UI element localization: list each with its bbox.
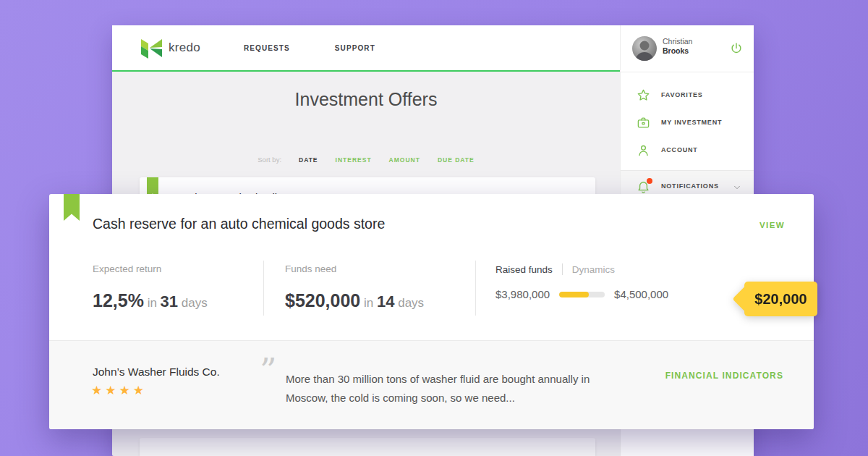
raised-tabs: Raised funds Dynamics	[495, 263, 615, 275]
in-word: in	[364, 296, 373, 310]
chevron-down-icon[interactable]	[732, 182, 742, 193]
quote-icon: ”	[260, 351, 277, 390]
sidebar-item-account[interactable]: ACCOUNT	[621, 136, 754, 164]
company-name: John’s Washer Fluids Co.	[93, 366, 220, 379]
sidebar-menu: FAVORITES MY INVESTMENT ACCOUNT	[621, 72, 754, 164]
financial-indicators-link[interactable]: FINANCIAL INDICATORS	[665, 371, 783, 381]
featured-view-button[interactable]: VIEW	[760, 221, 785, 229]
return-rate: 12,5%	[93, 290, 144, 311]
progress-fill	[559, 292, 589, 297]
funds-days: 14	[377, 292, 394, 311]
featured-offer-title: Cash reserve for an auto chemical goods …	[93, 216, 385, 232]
bell-icon	[637, 180, 650, 195]
funds-need-stat: Funds need $520,000 in 14 days	[285, 263, 424, 311]
sidebar-item-label: MY INVESTMENT	[661, 119, 722, 126]
tab-dynamics[interactable]: Dynamics	[572, 264, 615, 275]
investment-amount-badge[interactable]: $20,000	[733, 282, 817, 316]
brand-logo[interactable]: kredo	[141, 37, 200, 59]
star-icon	[637, 88, 650, 102]
featured-offer-card[interactable]: Cash reserve for an auto chemical goods …	[49, 194, 814, 429]
tab-raised-funds[interactable]: Raised funds	[495, 264, 553, 275]
badge-amount: $20,000	[744, 282, 817, 316]
tab-divider	[562, 263, 563, 275]
days-word: days	[182, 296, 208, 310]
return-days: 31	[161, 292, 178, 311]
avatar[interactable]	[632, 36, 657, 61]
brand-name: kredo	[169, 41, 200, 55]
partial-offer-card	[140, 438, 595, 456]
in-word: in	[148, 296, 157, 310]
sort-option-amount[interactable]: AMOUNT	[389, 156, 420, 164]
sort-option-interest[interactable]: INTEREST	[336, 156, 372, 164]
notifications-label: NOTIFICATIONS	[661, 182, 719, 190]
nav-requests[interactable]: REQUESTS	[244, 44, 290, 52]
raised-funds-stat: Raised funds Dynamics	[495, 263, 615, 275]
logout-power-icon[interactable]	[729, 41, 744, 56]
sidebar-item-my-investment[interactable]: MY INVESTMENT	[621, 109, 754, 136]
raised-progress-row: $3,980,000 $4,500,000	[495, 288, 668, 300]
divider	[263, 261, 264, 316]
stat-label: Funds need	[285, 263, 424, 274]
raised-current: $3,980,000	[495, 288, 550, 300]
sort-bar: Sort by: DATE INTEREST AMOUNT DUE DATE	[112, 156, 620, 164]
sort-by-label: Sort by:	[258, 156, 281, 164]
star-rating: ★★★★	[91, 383, 147, 398]
expected-return-stat: Expected return 12,5% in 31 days	[93, 263, 208, 311]
page-title: Investment Offers	[112, 89, 620, 110]
sort-option-date[interactable]: DATE	[299, 156, 318, 164]
app-header: kredo REQUESTS SUPPORT	[112, 25, 620, 70]
funds-amount: $520,000	[285, 290, 360, 311]
sidebar-item-label: ACCOUNT	[661, 146, 698, 153]
progress-bar	[559, 292, 605, 297]
company-section: John’s Washer Fluids Co. ★★★★ ” More tha…	[49, 340, 814, 429]
sidebar-item-favorites[interactable]: FAVORITES	[621, 81, 754, 109]
user-name: Christian Brooks	[663, 37, 692, 56]
stat-value: $520,000 in 14 days	[285, 290, 424, 311]
briefcase-icon	[637, 116, 650, 130]
top-nav: REQUESTS SUPPORT	[244, 44, 375, 52]
nav-support[interactable]: SUPPORT	[335, 44, 375, 52]
person-icon	[637, 143, 650, 157]
divider	[475, 261, 476, 316]
unread-dot	[647, 178, 652, 184]
kredo-logo-icon	[141, 37, 162, 59]
user-first-name: Christian	[663, 37, 692, 46]
company-quote: More than 30 million tons of washer flui…	[286, 370, 617, 408]
sort-option-due-date[interactable]: DUE DATE	[438, 156, 475, 164]
stat-value: 12,5% in 31 days	[93, 290, 208, 311]
sidebar-item-label: FAVORITES	[661, 91, 703, 98]
user-last-name: Brooks	[663, 46, 689, 55]
days-word: days	[398, 296, 424, 310]
stat-label: Expected return	[93, 263, 208, 274]
bookmark-ribbon-icon	[64, 194, 80, 221]
portrait-icon	[632, 36, 657, 61]
user-block: Christian Brooks	[621, 25, 754, 72]
raised-goal: $4,500,000	[614, 288, 668, 300]
purple-background: kredo REQUESTS SUPPORT Investment Offers…	[0, 0, 868, 456]
